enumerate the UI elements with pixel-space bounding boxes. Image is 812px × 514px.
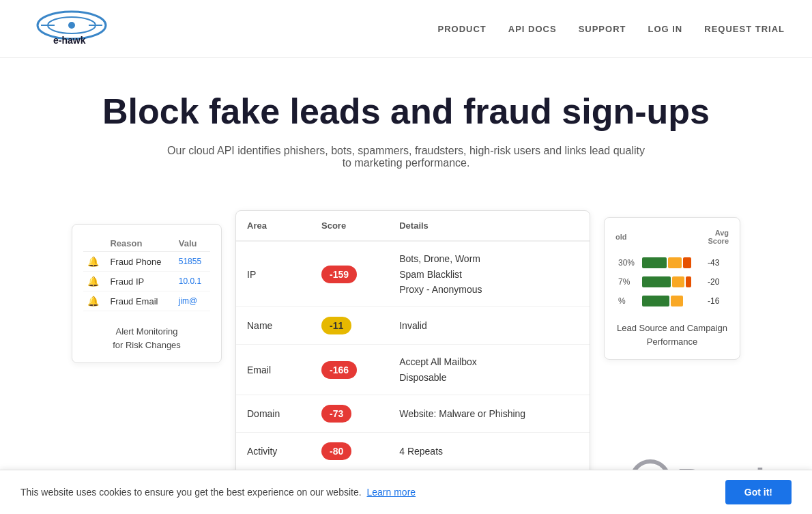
table-row: 30% -43 (615, 253, 729, 272)
area-ip: IP (236, 241, 310, 307)
nav-support[interactable]: SUPPORT (579, 24, 626, 34)
nav-api-docs[interactable]: API DOCS (508, 24, 557, 34)
score-activity: -80 (310, 433, 388, 470)
bar-chart-row-2 (642, 276, 702, 287)
score-name: -11 (310, 307, 388, 345)
bar-chart-row-3 (642, 296, 702, 306)
area-name: Name (236, 307, 310, 345)
area-activity: Activity (236, 433, 310, 470)
cookie-learn-more-link[interactable]: Learn more (367, 487, 416, 498)
bar-yellow-3 (671, 296, 683, 306)
table-row: Email -166 Accept All MailboxDisposable (236, 345, 590, 395)
hero-section: Block fake leads and fraud sign-ups Our … (0, 58, 812, 190)
right-card: old AvgScore 30% -43 7% (604, 217, 740, 360)
score-neg43 (639, 253, 705, 272)
fraud-email-value: jim@ (175, 291, 210, 311)
details-name: Invalid (388, 307, 590, 345)
table-row: 🔔 Fraud Email jim@ (83, 291, 210, 311)
score-email: -166 (310, 345, 388, 395)
bar-yellow-2 (672, 276, 684, 287)
score-table: Area Score Details IP -159 Bots, Drone, … (236, 211, 590, 470)
score-neg20 (639, 272, 705, 291)
reason-table: Reason Valu 🔔 Fraud Phone 51855 🔔 Fraud … (83, 235, 210, 311)
details-header: Details (388, 211, 590, 241)
bar-green-2 (642, 276, 671, 287)
bell-icon-red-2: 🔔 (87, 276, 99, 287)
score-header: Score (310, 211, 388, 241)
bar-chart-row-1 (642, 257, 702, 268)
score-val-3: -16 (705, 291, 729, 311)
bell-icon-red: 🔔 (87, 256, 99, 267)
value-col-header: Valu (175, 235, 210, 252)
area-email: Email (236, 345, 310, 395)
bar-orange-1 (683, 257, 691, 268)
bell-icon-orange: 🔔 (87, 296, 99, 306)
left-card: Reason Valu 🔔 Fraud Phone 51855 🔔 Fraud … (72, 224, 222, 363)
bar-green-1 (642, 257, 667, 268)
table-row: Activity -80 4 Repeats (236, 433, 590, 470)
lead-source-label: Lead Source and Campaign Performance (615, 322, 729, 348)
cookie-message: This website uses cookies to ensure you … (20, 487, 712, 498)
table-row: IP -159 Bots, Drone, WormSpam BlacklistP… (236, 241, 590, 307)
cards-row: Reason Valu 🔔 Fraud Phone 51855 🔔 Fraud … (0, 190, 812, 514)
table-row: 🔔 Fraud Phone 51855 (83, 252, 210, 272)
fraud-email-label: Fraud Email (106, 291, 174, 311)
details-domain: Website: Malware or Phishing (388, 395, 590, 433)
table-row: 🔔 Fraud IP 10.0.1 (83, 272, 210, 291)
pct-7: 7% (615, 272, 639, 291)
score-ip: -159 (310, 241, 388, 307)
score-val-2: -20 (705, 272, 729, 291)
pct-blank: % (615, 291, 639, 311)
bar-green-3 (642, 296, 669, 306)
fraud-ip-value: 10.0.1 (175, 272, 210, 291)
hero-subtitle: Our cloud API identifies phishers, bots,… (167, 145, 645, 169)
score-neg16 (639, 291, 705, 311)
bar-yellow-1 (668, 257, 682, 268)
area-header: Area (236, 211, 310, 241)
table-row: 7% -20 (615, 272, 729, 291)
navbar: e-hawk PRODUCT API DOCS SUPPORT LOG IN R… (0, 0, 812, 58)
details-ip: Bots, Drone, WormSpam BlacklistProxy - A… (388, 241, 590, 307)
fraud-phone-label: Fraud Phone (106, 252, 174, 272)
old-col-header: old (615, 233, 627, 241)
reason-col-header: Reason (106, 235, 174, 252)
center-card: Area Score Details IP -159 Bots, Drone, … (235, 210, 590, 500)
details-activity: 4 Repeats (388, 433, 590, 470)
bar-orange-2 (686, 276, 691, 287)
nav-links: PRODUCT API DOCS SUPPORT LOG IN REQUEST … (438, 24, 785, 34)
alert-monitoring: Alert Monitoring for Risk Changes (83, 325, 210, 352)
avg-score-header: AvgScore (708, 229, 729, 245)
svg-point-2 (68, 22, 75, 29)
nav-request-trial[interactable]: REQUEST TRIAL (704, 24, 785, 34)
table-row: % -16 (615, 291, 729, 311)
fraud-ip-label: Fraud IP (106, 272, 174, 291)
score-domain: -73 (310, 395, 388, 433)
campaign-table: 30% -43 7% (615, 253, 729, 311)
hero-title: Block fake leads and fraud sign-ups (27, 92, 785, 131)
table-row: Name -11 Invalid (236, 307, 590, 345)
right-card-header: old AvgScore (615, 229, 729, 245)
logo[interactable]: e-hawk (27, 8, 116, 49)
area-domain: Domain (236, 395, 310, 433)
details-email: Accept All MailboxDisposable (388, 345, 590, 395)
pct-30: 30% (615, 253, 639, 272)
table-row: Domain -73 Website: Malware or Phishing (236, 395, 590, 433)
fraud-phone-value: 51855 (175, 252, 210, 272)
cookie-accept-button[interactable]: Got it! (725, 480, 792, 504)
svg-text:e-hawk: e-hawk (53, 35, 86, 46)
nav-product[interactable]: PRODUCT (438, 24, 487, 34)
nav-login[interactable]: LOG IN (648, 24, 682, 34)
cookie-banner: This website uses cookies to ensure you … (0, 470, 812, 514)
score-val-1: -43 (705, 253, 729, 272)
